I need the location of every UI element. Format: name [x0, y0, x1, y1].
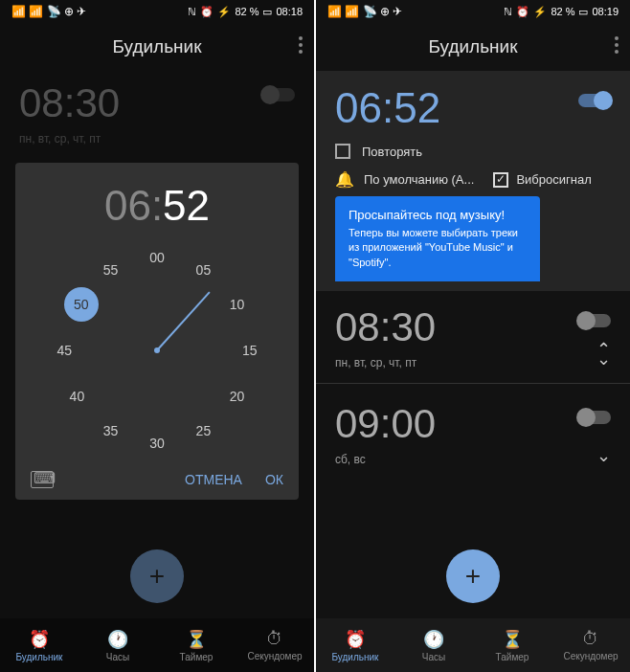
nav-timer[interactable]: ⏳Таймер: [473, 618, 551, 672]
nav-timer[interactable]: ⏳Таймер: [157, 618, 236, 672]
time-picker: 06:52 00 05 10 15 20 25 30 35 40 45 50 5…: [15, 163, 299, 500]
menu-icon[interactable]: [299, 36, 303, 54]
clock-num-50-selected[interactable]: 50: [64, 287, 99, 322]
vibrate-row[interactable]: Вибросигнал: [493, 172, 591, 188]
repeat-label: Повторять: [362, 145, 422, 159]
vibrate-checkbox[interactable]: [493, 172, 508, 188]
clock-face[interactable]: 00 05 10 15 20 25 30 35 40 45 50 55: [52, 245, 262, 456]
nav-stopwatch[interactable]: ⏱Секундомер: [551, 618, 630, 672]
alarm-time[interactable]: 06:52: [335, 84, 611, 132]
status-time: 08:18: [276, 6, 303, 17]
phone-left: 📶 📶 📡 ⊕ ✈ ℕ⏰⚡ 82 % ▭ 08:18 Будильник 08:…: [0, 0, 314, 672]
fab-add-alarm[interactable]: +: [446, 549, 500, 603]
status-time: 08:19: [592, 6, 619, 17]
menu-icon[interactable]: [615, 36, 619, 54]
alarm-toggle[interactable]: [578, 314, 611, 327]
separator: [316, 383, 630, 384]
picker-minute[interactable]: 52: [163, 182, 210, 229]
picker-time-display[interactable]: 06:52: [31, 182, 283, 230]
battery-pct: 82 %: [235, 6, 259, 17]
clock-num-45[interactable]: 45: [56, 343, 72, 358]
repeat-checkbox[interactable]: [335, 144, 350, 159]
alarm-toggle[interactable]: [262, 88, 295, 101]
nav-clock[interactable]: 🕐Часы: [79, 618, 157, 672]
repeat-row[interactable]: Повторять: [335, 144, 611, 159]
ok-button[interactable]: ОК: [265, 472, 283, 487]
timer-icon: ⏳: [502, 629, 523, 650]
alarm-card-2[interactable]: 08:30 пн, вт, ср, чт, пт ⌄: [316, 291, 630, 379]
status-icons-left: 📶 📶 📡 ⊕ ✈: [11, 5, 86, 18]
expand-icon[interactable]: ⌄: [596, 445, 611, 466]
clock-num-20[interactable]: 20: [230, 389, 245, 404]
clock-hand: [156, 291, 210, 350]
stopwatch-icon: ⏱: [582, 629, 599, 649]
nav-alarm[interactable]: ⏰Будильник: [0, 618, 79, 672]
alarm-card-expanded: 06:52 Повторять 🔔 По умолчанию (A... Виб…: [316, 71, 630, 291]
bottom-nav: ⏰Будильник 🕐Часы ⏳Таймер ⏱Секундомер: [0, 618, 314, 672]
status-icons-left: 📶 📶 📡 ⊕ ✈: [327, 5, 402, 18]
clock-num-30[interactable]: 30: [149, 436, 165, 451]
status-bar: 📶 📶 📡 ⊕ ✈ ℕ⏰⚡ 82 % ▭ 08:18: [0, 0, 314, 23]
clock-num-25[interactable]: 25: [196, 423, 212, 438]
tooltip-text: Теперь вы можете выбирать треки из прило…: [349, 226, 527, 270]
clock-num-15[interactable]: 15: [242, 343, 258, 358]
page-title: Будильник: [112, 36, 201, 57]
alarm-icon: ⏰: [29, 629, 50, 650]
alarm-time: 09:00: [335, 401, 611, 447]
alarm-icon: ⏰: [345, 629, 366, 650]
clock-num-05[interactable]: 05: [196, 262, 212, 278]
alarm-toggle[interactable]: [578, 411, 611, 424]
clock-num-00[interactable]: 00: [149, 250, 165, 265]
alarm-time: 08:30: [335, 304, 611, 350]
cancel-button[interactable]: ОТМЕНА: [185, 472, 242, 487]
alarm-dimmed: 08:30 пн, вт, ср, чт, пт: [0, 71, 314, 155]
clock-num-35[interactable]: 35: [103, 423, 119, 438]
vibrate-label: Вибросигнал: [516, 172, 591, 187]
clock-icon: 🕐: [423, 629, 444, 650]
alarm-days: пн, вт, ср, чт, пт: [19, 132, 295, 146]
tooltip-title: Просыпайтесь под музыку!: [349, 208, 527, 222]
status-bar: 📶 📶 📡 ⊕ ✈ ℕ⏰⚡ 82 % ▭ 08:19: [316, 0, 630, 23]
status-icons-right: ℕ⏰⚡ 82 % ▭ 08:18: [188, 6, 303, 18]
phone-right: 📶 📶 📡 ⊕ ✈ ℕ⏰⚡ 82 % ▭ 08:19 Будильник 06:…: [316, 0, 630, 672]
expand-icon[interactable]: ⌄: [596, 348, 611, 370]
fab-add-alarm[interactable]: +: [130, 549, 184, 603]
alarm-card-3[interactable]: 09:00 сб, вс ⌄: [316, 388, 630, 476]
clock-num-10[interactable]: 10: [230, 297, 245, 312]
nav-stopwatch[interactable]: ⏱Секундомер: [236, 618, 314, 672]
timer-icon: ⏳: [186, 629, 207, 650]
feature-tooltip: Просыпайтесь под музыку! Теперь вы может…: [335, 196, 540, 281]
sound-label: По умолчанию (A...: [364, 172, 474, 187]
nav-alarm[interactable]: ⏰Будильник: [316, 618, 394, 672]
clock-num-40[interactable]: 40: [70, 389, 85, 404]
stopwatch-icon: ⏱: [266, 629, 283, 649]
header: Будильник: [0, 23, 314, 71]
alarm-time: 08:30: [19, 80, 295, 126]
page-title: Будильник: [428, 36, 517, 57]
nav-clock[interactable]: 🕐Часы: [394, 618, 473, 672]
sound-row[interactable]: 🔔 По умолчанию (A...: [335, 170, 474, 189]
status-icons-right: ℕ⏰⚡ 82 % ▭ 08:19: [504, 6, 619, 18]
picker-hour[interactable]: 06: [104, 182, 151, 229]
alarm-days: сб, вс: [335, 453, 611, 466]
bell-icon: 🔔: [335, 170, 354, 189]
bottom-nav: ⏰Будильник 🕐Часы ⏳Таймер ⏱Секундомер: [316, 618, 630, 672]
header: Будильник: [316, 23, 630, 71]
alarm-toggle[interactable]: [578, 94, 611, 107]
clock-icon: 🕐: [107, 629, 128, 650]
keyboard-icon[interactable]: [31, 471, 54, 488]
clock-num-55[interactable]: 55: [103, 262, 119, 278]
alarm-days: пн, вт, ср, чт, пт: [335, 356, 611, 370]
battery-pct: 82 %: [551, 6, 574, 17]
